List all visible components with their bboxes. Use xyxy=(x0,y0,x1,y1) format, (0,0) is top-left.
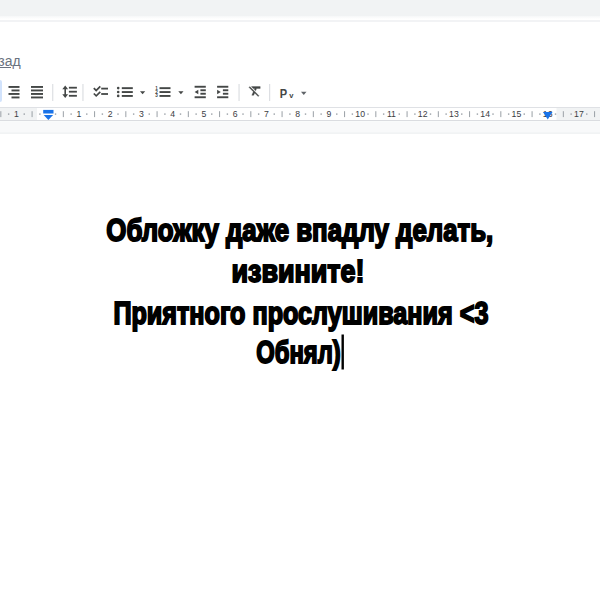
svg-text:2: 2 xyxy=(108,109,113,119)
svg-text:v: v xyxy=(289,91,294,100)
svg-text:11: 11 xyxy=(387,109,396,119)
svg-text:5: 5 xyxy=(202,109,207,119)
svg-text:13: 13 xyxy=(449,109,459,119)
svg-text:3: 3 xyxy=(155,93,158,98)
svg-text:12: 12 xyxy=(418,109,428,119)
svg-text:10: 10 xyxy=(355,109,365,119)
svg-text:извините!: извините! xyxy=(232,253,365,289)
svg-text:14: 14 xyxy=(480,109,490,119)
svg-text:1: 1 xyxy=(14,109,19,119)
svg-text:1: 1 xyxy=(77,109,82,119)
svg-text:8: 8 xyxy=(295,109,300,119)
svg-text:Обнял): Обнял) xyxy=(256,334,341,370)
svg-text:15: 15 xyxy=(512,109,522,119)
svg-text:7: 7 xyxy=(264,109,269,119)
svg-text:4: 4 xyxy=(170,109,175,119)
svg-text:Обложку даже впадлу делать,: Обложку даже впадлу делать, xyxy=(106,212,493,248)
svg-text:Р: Р xyxy=(280,86,287,101)
svg-text:3: 3 xyxy=(139,109,144,119)
svg-text:6: 6 xyxy=(233,109,238,119)
svg-text:Приятного прослушивания <3: Приятного прослушивания <3 xyxy=(113,295,488,331)
svg-text:17: 17 xyxy=(574,109,584,119)
svg-text:9: 9 xyxy=(327,109,332,119)
